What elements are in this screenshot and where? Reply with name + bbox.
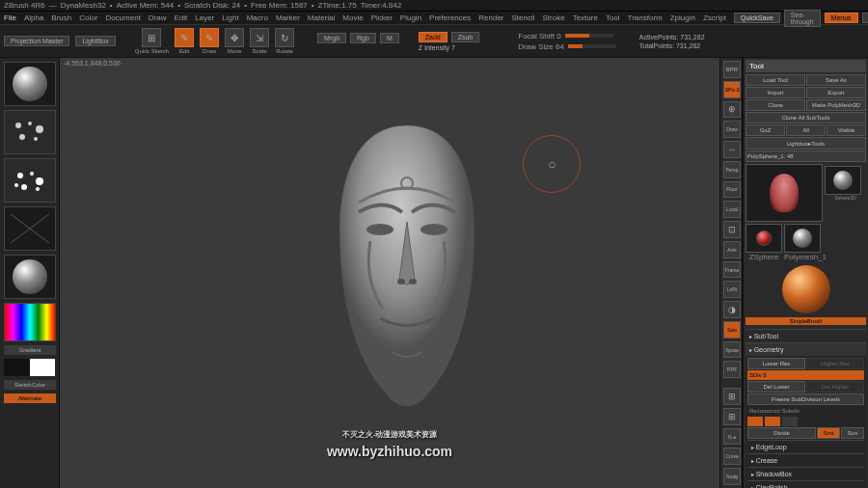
material-thumbnail[interactable] [4,255,56,299]
goz-visible-button[interactable]: Visible [827,124,866,136]
draw-size-label[interactable]: Draw Size 64 [518,42,564,51]
curve-icon[interactable]: Curve [723,447,741,465]
load-tool-button[interactable]: Load Tool [746,74,805,86]
alpha-thumbnail[interactable] [4,158,56,203]
del-lower-button[interactable]: Del Lower [747,381,805,393]
focal-shift-label[interactable]: Focal Shift 0 [518,32,560,41]
switchcolor-button[interactable]: SwitchColor [4,380,56,390]
smt-button[interactable]: Smt [817,427,840,439]
stroke-thumbnail[interactable] [4,110,56,154]
m-button[interactable]: M [380,33,399,43]
menu-color[interactable]: Color [79,14,97,22]
suv-button[interactable]: Suv [841,427,864,439]
menu-light[interactable]: Light [222,14,238,22]
lazy-button[interactable]: LzRt [723,281,741,298]
transparent-icon[interactable]: ◑ [723,301,741,318]
export-button[interactable]: Export [806,87,866,98]
geometry-section[interactable]: Geometry [746,342,866,356]
make-polymesh-button[interactable]: Make PolyMesh3D [806,99,866,111]
tool-zsphere-thumbnail[interactable] [746,224,782,253]
grid-icon[interactable]: Frame [723,261,741,279]
menu-zscript[interactable]: Zscript [703,14,726,22]
sdiv-slider[interactable]: SDiv 5 [747,370,864,380]
goz-button[interactable]: GoZ [746,124,785,136]
edgeloop-section[interactable]: EdgeLoop [747,440,864,453]
persp-button[interactable]: Persp [723,161,741,178]
freeze-subdiv-button[interactable]: Freeze SubDivision Levels [747,393,864,405]
save-as-button[interactable]: Save As [806,74,866,86]
quicksave-button[interactable]: QuickSave [734,13,780,23]
spix-button[interactable]: SPix 3 [723,81,741,98]
divide-button[interactable]: Divide [747,427,816,439]
crease-section[interactable]: Crease [747,453,864,467]
mrgb-button[interactable]: Mrgb [317,33,346,43]
scroll-icon[interactable]: ⊕ [723,101,741,119]
move-icon[interactable]: ↔ [723,141,741,158]
rotate-button[interactable]: ↻ [275,28,294,47]
menu-texture[interactable]: Texture [573,14,598,22]
lower-res-button[interactable]: Lower Res [747,358,805,369]
menu-alpha[interactable]: Alpha [24,14,43,22]
reconstruct-subdiv-label[interactable]: Reconstruct Subdiv [747,406,864,416]
color-swatches[interactable] [4,359,55,376]
move-button[interactable]: ✥ [225,28,244,47]
floor-button[interactable]: Floor [723,181,741,199]
mesh1-icon[interactable]: ⊞ [723,388,741,405]
menu-draw[interactable]: Draw [149,14,167,22]
z-intensity-label[interactable]: Z Intensity 7 [419,44,480,51]
axis-icon[interactable]: Axis [723,241,741,258]
menu-stroke[interactable]: Stroke [543,14,565,22]
menu-document[interactable]: Document [105,14,140,22]
zsub-button[interactable]: Zsub [451,32,480,42]
menu-preferences[interactable]: Preferences [429,14,471,22]
noise-icon[interactable]: N.● [723,428,741,446]
draw-icon[interactable]: Draw [723,121,741,138]
menu-picker[interactable]: Picker [371,14,393,22]
projection-master-button[interactable]: Projection Master [4,36,69,46]
tool-name-field[interactable]: PolySphere_1. 48 [746,150,866,162]
menu-tool[interactable]: Tool [606,14,620,22]
dynamesh-mini3-icon[interactable] [782,417,798,426]
tool-polymesh-thumbnail[interactable] [784,224,821,253]
solo-button[interactable]: Solo [723,321,741,339]
alternate-button[interactable]: Alternate [4,393,56,403]
menu-plugin[interactable]: Plugin [400,14,421,22]
shadowbox-section[interactable]: ShadowBox [747,467,864,480]
higher-res-button[interactable]: Higher Res [806,358,864,369]
menu-brush[interactable]: Brush [51,14,71,22]
local-button[interactable]: Local [723,201,741,218]
subtool-section[interactable]: SubTool [746,329,866,342]
texture-thumbnail[interactable] [4,206,56,251]
dynamesh-mini2-icon[interactable] [765,417,780,426]
lightbox-tools-button[interactable]: Lightbox▸Tools [746,137,866,149]
menu-movie[interactable]: Movie [342,14,363,22]
menu-render[interactable]: Render [478,14,503,22]
menu-material[interactable]: Material [308,14,335,22]
import-button[interactable]: Import [746,87,805,98]
claypolish-section[interactable]: ClayPolish [747,480,864,488]
xpose-button[interactable]: Xpose [723,341,741,359]
bpr-button[interactable]: BPR [723,61,741,78]
polyframe-button[interactable]: P.PF [723,361,741,378]
menu-file[interactable]: File [4,14,16,22]
color-picker[interactable] [4,303,56,341]
edit-button[interactable]: ✎ [175,28,194,47]
menu-zplugin[interactable]: Zplugin [670,14,695,22]
defaultzscript-button[interactable]: DefaultZScript [862,13,868,23]
quick-sketch-icon[interactable]: ⊞ [142,28,161,47]
menu-transform[interactable]: Transform [628,14,663,22]
del-higher-button[interactable]: Del Higher [806,381,864,393]
simple-brush-thumbnail[interactable] [782,265,830,313]
rgb-button[interactable]: Rgb [350,33,376,43]
nudge-icon[interactable]: Nudg [723,468,741,485]
goz-all-button[interactable]: All [786,124,826,136]
tool-sphere3d-thumbnail[interactable] [825,166,861,195]
menu-marker[interactable]: Marker [276,14,300,22]
clone-all-subtools-button[interactable]: Clone All SubTools [746,112,866,123]
menu-stencil[interactable]: Stencil [512,14,535,22]
viewport[interactable]: -4.553,1.848,0.536 [60,58,719,488]
frame-icon[interactable]: ⊡ [723,221,741,238]
menu-edit[interactable]: Edit [175,14,188,22]
lightbox-button[interactable]: LightBox [75,36,115,46]
menus-button[interactable]: Menus [825,13,858,23]
